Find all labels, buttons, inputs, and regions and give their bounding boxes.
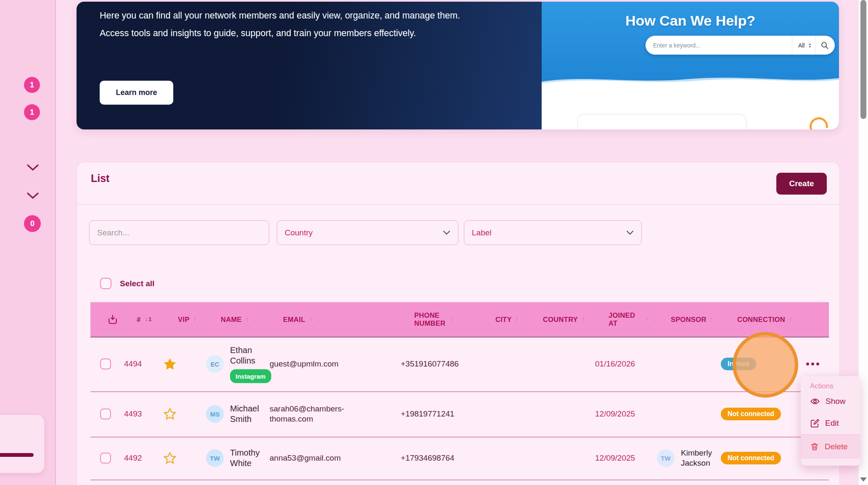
scroll-down-arrow-icon[interactable] xyxy=(860,477,867,482)
select-all-control: Select all xyxy=(100,278,154,289)
column-header-city[interactable]: CITY ↑↓ xyxy=(495,302,521,337)
member-joined-date: 12/09/2025 xyxy=(595,409,635,419)
divider xyxy=(77,204,839,205)
hero-line-1: Here you can find all your network membe… xyxy=(100,7,460,24)
member-email: anna53@gmail.com xyxy=(270,453,354,463)
select-all-checkbox[interactable] xyxy=(100,278,111,289)
search-field[interactable] xyxy=(89,220,269,245)
row-actions-button[interactable] xyxy=(806,363,819,366)
label-filter-select[interactable]: Label xyxy=(464,220,642,245)
sort-icon: ↑↓ xyxy=(710,316,716,323)
column-header-id[interactable]: # ↓1 xyxy=(137,302,152,337)
country-filter-label: Country xyxy=(285,228,313,237)
search-input[interactable] xyxy=(90,228,269,237)
row-checkbox[interactable] xyxy=(100,358,111,369)
sidebar-notification-badge[interactable]: 1 xyxy=(24,77,40,93)
help-category-select[interactable]: All xyxy=(792,42,809,49)
connection-status-badge: Not connected xyxy=(721,452,781,464)
chevron-down-icon xyxy=(443,230,450,235)
column-header-email[interactable]: EMAIL ↑↓ xyxy=(283,302,314,337)
member-phone: +351916077486 xyxy=(401,359,459,369)
member-joined-date: 01/16/2026 xyxy=(595,359,635,369)
sponsor-cell: TW Kimberly Jackson xyxy=(657,448,721,468)
hero-description: Here you can find all your network membe… xyxy=(100,7,460,42)
table-row: 4493 MS Michael Smith sarah06@chambers-t… xyxy=(77,391,839,437)
help-search-bar[interactable]: Enter a keyword... All ▴▾ xyxy=(646,36,835,55)
sort-icon: ↑↓ xyxy=(451,316,456,323)
member-id[interactable]: 4494 xyxy=(124,359,142,369)
vip-star-icon-outline[interactable] xyxy=(163,451,177,465)
edit-icon xyxy=(810,419,820,428)
members-list-card: List Create Country Label Select all # ↓… xyxy=(77,162,840,485)
row-checkbox[interactable] xyxy=(100,409,111,419)
hero-banner: Here you can find all your network membe… xyxy=(77,2,839,129)
avatar: EC xyxy=(206,355,224,373)
screen: 1 1 0 Here you can find all your network… xyxy=(0,0,868,485)
menu-item-delete[interactable]: Delete xyxy=(801,435,860,459)
table-row: 4492 TW Timothy White anna53@gmail.com +… xyxy=(77,437,839,480)
sidebar-notification-badge[interactable]: 1 xyxy=(24,104,40,120)
column-header-joined[interactable]: JOINED AT ↑↓ xyxy=(609,302,663,337)
menu-item-show[interactable]: Show xyxy=(801,390,860,412)
help-panel-title: How Can We Help? xyxy=(542,13,839,29)
member-phone: +19819771241 xyxy=(401,409,454,419)
member-joined-date: 12/09/2025 xyxy=(595,453,635,463)
column-header-connection[interactable]: CONNECTION ↑↓ xyxy=(737,302,794,337)
help-content-card xyxy=(577,114,746,129)
select-all-label: Select all xyxy=(120,279,154,288)
member-id[interactable]: 4493 xyxy=(124,409,142,419)
hero-description-panel: Here you can find all your network membe… xyxy=(77,2,542,129)
learn-more-button[interactable]: Learn more xyxy=(100,81,173,105)
sponsor-avatar: TW xyxy=(657,449,675,467)
member-id[interactable]: 4492 xyxy=(124,453,142,463)
member-phone: +17934698764 xyxy=(401,453,454,463)
column-header-country[interactable]: COUNTRY ↑↓ xyxy=(543,302,587,337)
table-row: 4494 EC Ethan Collins Instagram guest@up… xyxy=(77,337,839,391)
wave-decoration xyxy=(542,74,839,85)
widget-handle xyxy=(0,453,34,457)
member-email: guest@upmlm.com xyxy=(270,359,354,369)
label-tag: Instagram xyxy=(230,369,271,383)
sidebar-notification-badge[interactable]: 0 xyxy=(24,215,41,232)
sort-icon: ↑↓ xyxy=(789,316,794,323)
scrollbar-thumb[interactable] xyxy=(860,0,866,119)
select-arrows-icon: ▴▾ xyxy=(809,42,815,48)
vip-star-icon-filled[interactable] xyxy=(163,357,177,371)
trash-icon xyxy=(810,442,819,451)
chevron-down-icon[interactable] xyxy=(25,191,40,200)
export-icon[interactable] xyxy=(107,302,118,337)
vip-star-icon-outline[interactable] xyxy=(163,407,177,421)
column-header-phone[interactable]: PHONE NUMBER ↑↓ xyxy=(414,302,482,337)
sidebar: 1 1 0 xyxy=(0,0,56,485)
sort-icon: ↑↓ xyxy=(516,316,521,323)
actions-menu-title: Actions xyxy=(801,376,860,390)
row-divider xyxy=(90,480,829,480)
table-header: # ↓1 VIP ↑↓ NAME ↑↓ EMAIL ↑↓ PHONE NUMBE… xyxy=(90,302,829,337)
menu-item-edit[interactable]: Edit xyxy=(801,412,860,434)
avatar: MS xyxy=(206,405,224,423)
chevron-down-icon xyxy=(626,230,634,235)
hero-line-2: Access tools and insights to guide, supp… xyxy=(100,24,460,42)
help-search-placeholder[interactable]: Enter a keyword... xyxy=(646,42,792,49)
connection-status-badge: Not connected xyxy=(721,408,781,420)
sponsor-name: Kimberly Jackson xyxy=(681,448,721,468)
actions-menu: Actions Show Edit Delete xyxy=(801,376,860,466)
click-indicator xyxy=(733,332,798,398)
sort-icon: ↑↓ xyxy=(645,316,651,323)
column-header-sponsor[interactable]: SPONSOR ↑↓ xyxy=(671,302,715,337)
avatar: TW xyxy=(206,449,224,467)
sort-icon: ↑↓ xyxy=(582,316,587,323)
chevron-down-icon[interactable] xyxy=(25,163,40,172)
country-filter-select[interactable]: Country xyxy=(277,220,458,245)
row-checkbox[interactable] xyxy=(100,453,111,464)
column-header-name[interactable]: NAME ↑↓ xyxy=(221,302,251,337)
search-icon[interactable] xyxy=(815,41,835,50)
label-filter-label: Label xyxy=(472,228,492,237)
help-panel: How Can We Help? Enter a keyword... All … xyxy=(542,2,839,129)
column-header-vip[interactable]: VIP ↑↓ xyxy=(178,302,198,337)
eye-icon xyxy=(810,396,820,406)
sort-desc-icon: ↓ xyxy=(144,316,148,323)
sort-icon: ↑↓ xyxy=(309,316,315,323)
create-button[interactable]: Create xyxy=(776,173,827,195)
collapsed-widget[interactable] xyxy=(0,414,45,474)
